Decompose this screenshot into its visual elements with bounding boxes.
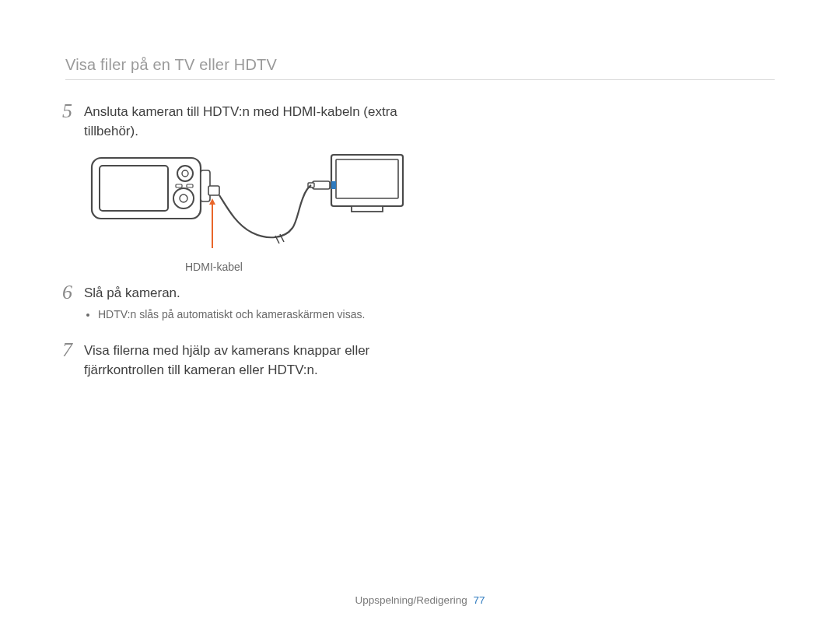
footer-page-number: 77 [473,594,485,606]
step-number: 5 [62,101,84,121]
step-text: Visa filerna med hjälp av kamerans knapp… [84,340,428,380]
page-footer: Uppspelning/Redigering 77 [0,594,840,606]
svg-rect-6 [176,184,182,187]
step-number: 6 [62,282,84,303]
step-5: 5 Ansluta kameran till HDTV:n med HDMI-k… [62,101,428,141]
camera-tv-hdmi-illustration [84,147,411,256]
pointer-arrow-icon [209,198,215,248]
tv-icon [331,155,403,212]
step-bullets: HDTV:n slås på automatiskt och kameraskä… [84,306,428,323]
page-title: Visa filer på en TV eller HDTV [65,56,277,74]
step-text: Slå på kameran. [84,282,428,303]
step-7: 7 Visa filerna med hjälp av kamerans kna… [62,340,428,380]
svg-point-5 [180,194,187,202]
step-6: 6 Slå på kameran. HDTV:n slås på automat… [62,282,428,334]
svg-rect-9 [208,186,219,195]
svg-rect-7 [187,184,193,187]
content-column: 5 Ansluta kameran till HDTV:n med HDMI-k… [62,101,428,386]
step-number: 7 [62,340,84,360]
hdmi-diagram: HDMI-kabel [84,147,428,273]
svg-rect-13 [331,181,336,189]
svg-point-3 [182,170,188,177]
svg-rect-12 [352,206,383,212]
horizontal-rule [65,79,775,80]
step-text: Ansluta kameran till HDTV:n med HDMI-kab… [84,101,428,141]
bullet-item: HDTV:n slås på automatiskt och kameraskä… [98,306,428,323]
hdmi-plug-icon [308,181,330,189]
manual-page: Visa filer på en TV eller HDTV 5 Ansluta… [0,0,840,634]
hdmi-cable-icon [219,185,311,237]
svg-rect-14 [313,181,330,189]
diagram-label: HDMI-kabel [185,261,428,273]
camera-icon [92,158,219,219]
svg-rect-11 [336,159,398,198]
svg-rect-1 [100,166,168,211]
footer-section: Uppspelning/Redigering [355,594,467,606]
